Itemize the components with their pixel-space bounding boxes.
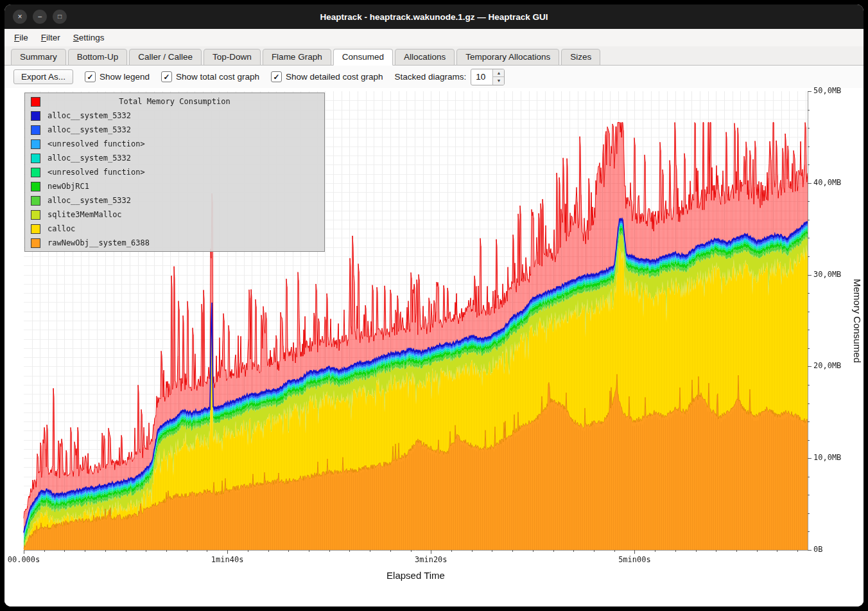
checkbox-label: Show legend [100, 72, 150, 82]
legend-label: newObjRC1 [48, 182, 89, 191]
minimize-icon: − [37, 13, 42, 21]
spinner-buttons: ▲ ▼ [492, 69, 504, 85]
minimize-button[interactable]: − [33, 10, 47, 24]
legend-item: <unresolved function> [25, 137, 324, 151]
titlebar[interactable]: × − □ Heaptrack - heaptrack.wakunode.1.g… [4, 4, 864, 29]
stacked-diagrams-label: Stacked diagrams: [395, 72, 467, 82]
legend-swatch [31, 224, 40, 234]
tab-allocations[interactable]: Allocations [395, 49, 455, 66]
x-axis-tick-label: 00.000s [4, 555, 53, 564]
y-axis-tick-label: 50,0MB [813, 86, 841, 95]
legend-swatch [31, 196, 40, 206]
legend-item: alloc__system_5332 [25, 151, 324, 165]
y-axis-tick-label: 30,0MB [813, 270, 841, 279]
legend-item: rawNewObj__system_6388 [25, 236, 324, 250]
toolbar: Export As... ✓ Show legend ✓ Show total … [4, 66, 864, 88]
legend-item: <unresolved function> [25, 165, 324, 179]
menu-settings[interactable]: Settings [67, 31, 110, 44]
legend-item: alloc__system_5332 [25, 123, 324, 137]
y-axis-tick-label: 40,0MB [813, 178, 841, 187]
x-axis-tick-label: 3min20s [402, 555, 460, 564]
tab-caller-callee[interactable]: Caller / Callee [129, 49, 202, 66]
y-axis-tick-label: 0B [813, 545, 822, 554]
legend-swatch [31, 97, 40, 107]
window-controls: × − □ [13, 10, 67, 24]
legend-swatch [31, 182, 40, 191]
y-axis-tick-label: 20,0MB [813, 361, 841, 370]
maximize-button[interactable]: □ [53, 10, 67, 24]
heaptrack-window: × − □ Heaptrack - heaptrack.wakunode.1.g… [4, 4, 864, 607]
tab-top-down[interactable]: Top-Down [204, 49, 261, 66]
legend-label: <unresolved function> [48, 168, 145, 177]
spinner-up-button[interactable]: ▲ [493, 69, 504, 78]
chevron-up-icon: ▲ [496, 71, 501, 75]
tab-bar: Summary Bottom-Up Caller / Callee Top-Do… [4, 46, 864, 66]
legend-swatch [31, 168, 40, 177]
legend-label: <unresolved function> [48, 139, 145, 148]
tab-flame-graph[interactable]: Flame Graph [263, 49, 331, 66]
show-legend-checkbox[interactable]: ✓ Show legend [85, 71, 150, 82]
menubar: File Filter Settings [4, 29, 864, 46]
close-button[interactable]: × [13, 10, 27, 24]
legend-item: sqlite3MemMalloc [25, 208, 324, 222]
show-detailed-cost-graph-checkbox[interactable]: ✓ Show detailed cost graph [271, 71, 383, 82]
spinner-down-button[interactable]: ▼ [493, 77, 504, 85]
legend-label: alloc__system_5332 [48, 154, 131, 163]
legend-swatch [31, 238, 40, 248]
checkbox-label: Show total cost graph [176, 72, 259, 82]
show-total-cost-graph-checkbox[interactable]: ✓ Show total cost graph [161, 71, 259, 82]
legend-swatch [31, 125, 40, 135]
chevron-down-icon: ▼ [496, 78, 501, 83]
stacked-diagrams-spinner[interactable]: 10 ▲ ▼ [471, 69, 505, 85]
checkbox-check-icon: ✓ [161, 71, 172, 82]
legend-label: sqlite3MemMalloc [48, 210, 122, 219]
checkbox-check-icon: ✓ [85, 71, 96, 82]
checkbox-label: Show detailed cost graph [286, 72, 383, 82]
chart-legend: Total Memory Consumptionalloc__system_53… [24, 93, 325, 252]
y-axis-tick-label: 10,0MB [813, 453, 841, 462]
legend-label: alloc__system_5332 [48, 125, 131, 134]
legend-item: newObjRC1 [25, 179, 324, 193]
menu-file[interactable]: File [8, 31, 34, 44]
close-icon: × [17, 13, 22, 21]
legend-label: calloc [48, 224, 75, 233]
legend-label: alloc__system_5332 [48, 196, 131, 205]
chart-area: Total Memory Consumptionalloc__system_53… [4, 88, 864, 607]
window-title: Heaptrack - heaptrack.wakunode.1.gz — He… [4, 12, 864, 22]
legend-label: alloc__system_5332 [48, 111, 131, 120]
legend-item: calloc [25, 222, 324, 236]
export-as-button[interactable]: Export As... [13, 69, 73, 84]
tab-bottom-up[interactable]: Bottom-Up [68, 49, 128, 66]
x-axis-tick-label: 5min00s [605, 555, 663, 564]
maximize-icon: □ [58, 13, 62, 20]
legend-item: alloc__system_5332 [25, 109, 324, 123]
legend-label: rawNewObj__system_6388 [48, 238, 150, 247]
legend-label: Total Memory Consumption [119, 97, 230, 106]
legend-item: alloc__system_5332 [25, 193, 324, 208]
legend-swatch [31, 154, 40, 163]
tab-consumed[interactable]: Consumed [333, 49, 393, 66]
x-axis-tick-label: 1min40s [198, 555, 256, 564]
spinner-value[interactable]: 10 [471, 69, 492, 85]
tab-temporary-allocations[interactable]: Temporary Allocations [456, 49, 559, 66]
legend-swatch [31, 210, 40, 220]
legend-swatch [31, 111, 40, 121]
x-axis-title: Elapsed Time [24, 570, 808, 581]
tab-sizes[interactable]: Sizes [561, 49, 600, 66]
legend-title-row: Total Memory Consumption [25, 94, 324, 109]
y-axis-title: Memory Consumed [852, 91, 863, 550]
menu-filter[interactable]: Filter [35, 31, 66, 44]
checkbox-check-icon: ✓ [271, 71, 282, 82]
tab-summary[interactable]: Summary [11, 49, 66, 66]
legend-swatch [31, 139, 40, 149]
